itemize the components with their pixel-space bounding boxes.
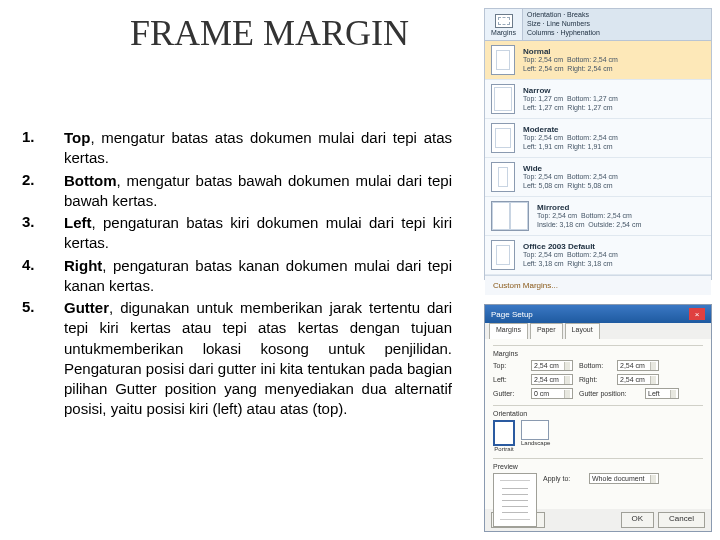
margin-option-narrow[interactable]: NarrowTop: 1,27 cm Bottom: 1,27 cmLeft: … [485,80,711,119]
spinner-icon[interactable] [564,376,570,384]
left-field[interactable]: 2,54 cm [531,374,573,385]
margin-option-text: NormalTop: 2,54 cm Bottom: 2,54 cmLeft: … [523,47,705,73]
page-title: FRAME MARGIN [130,12,409,54]
close-icon[interactable]: × [689,308,705,320]
list-item: 1.Top, mengatur batas atas dokumen mulai… [22,128,452,169]
landscape-label: Landscape [521,440,550,446]
margin-option-text: NarrowTop: 1,27 cm Bottom: 1,27 cmLeft: … [523,86,705,112]
spinner-icon[interactable] [564,390,570,398]
top-field[interactable]: 2,54 cm [531,360,573,371]
section-margins-head: Margins [493,350,703,357]
margin-icon [491,123,515,153]
list-number: 5. [22,298,64,420]
margin-icon [491,201,529,231]
dialog-tabs: Margins Paper Layout [485,323,711,339]
spinner-icon[interactable] [650,362,656,370]
margins-dropdown: NormalTop: 2,54 cm Bottom: 2,54 cmLeft: … [485,41,711,275]
margin-icon [491,84,515,114]
left-label: Left: [493,376,525,383]
margin-icon [491,45,515,75]
list-number: 4. [22,256,64,297]
hyphenation-menu[interactable]: Hyphenation [560,29,599,36]
portrait-label: Portrait [493,446,515,452]
apply-to-label: Apply to: [543,475,583,482]
page-setup-dialog: Page Setup × Margins Paper Layout Margin… [484,304,712,532]
list-item: 4.Right, pengaturan batas kanan dokumen … [22,256,452,297]
right-label: Right: [579,376,611,383]
chevron-down-icon[interactable] [650,475,656,483]
dialog-titlebar: Page Setup × [485,305,711,323]
tab-layout[interactable]: Layout [565,323,600,339]
columns-menu[interactable]: Columns [527,29,555,36]
list-number: 2. [22,171,64,212]
list-number: 1. [22,128,64,169]
margin-option-mirrored[interactable]: MirroredTop: 2,54 cm Bottom: 2,54 cmInsi… [485,197,711,236]
margin-definitions-list: 1.Top, mengatur batas atas dokumen mulai… [22,128,452,422]
list-text: Left, pengaturan batas kiri dokumen mula… [64,213,452,254]
ribbon-right-menu: Orientation · Breaks Size · Line Numbers… [523,9,711,40]
list-text: Bottom, mengatur batas bawah dokumen mul… [64,171,452,212]
right-field[interactable]: 2,54 cm [617,374,659,385]
list-text: Top, mengatur batas atas dokumen mulai d… [64,128,452,169]
list-text: Right, pengaturan batas kanan dokumen mu… [64,256,452,297]
margin-option-text: Office 2003 DefaultTop: 2,54 cm Bottom: … [523,242,705,268]
breaks-menu[interactable]: Breaks [567,11,589,18]
section-orientation-head: Orientation [493,410,703,417]
line-numbers-menu[interactable]: Line Numbers [546,20,590,27]
margin-option-wide[interactable]: WideTop: 2,54 cm Bottom: 2,54 cmLeft: 5,… [485,158,711,197]
ribbon-margins-screenshot: Margins Orientation · Breaks Size · Line… [484,8,712,280]
size-menu[interactable]: Size [527,20,541,27]
margins-label: Margins [491,29,516,36]
spinner-icon[interactable] [564,362,570,370]
top-label: Top: [493,362,525,369]
section-orientation: Orientation Portrait Landscape [493,405,703,452]
gutter-label: Gutter: [493,390,525,397]
list-item: 5.Gutter, digunakan untuk memberikan jar… [22,298,452,420]
section-margins: Margins Top: 2,54 cm Bottom: 2,54 cm Lef… [493,345,703,399]
list-number: 3. [22,213,64,254]
preview-page [493,473,537,527]
margin-option-text: MirroredTop: 2,54 cm Bottom: 2,54 cmInsi… [537,203,705,229]
margins-icon [495,14,513,28]
margin-option-moderate[interactable]: ModerateTop: 2,54 cm Bottom: 2,54 cmLeft… [485,119,711,158]
bottom-field[interactable]: 2,54 cm [617,360,659,371]
margin-option-office[interactable]: Office 2003 DefaultTop: 2,54 cm Bottom: … [485,236,711,275]
margins-button[interactable]: Margins [485,9,523,40]
dialog-title-text: Page Setup [491,310,533,319]
bottom-label: Bottom: [579,362,611,369]
ok-button[interactable]: OK [621,512,655,528]
margin-option-text: ModerateTop: 2,54 cm Bottom: 2,54 cmLeft… [523,125,705,151]
dialog-body: Margins Top: 2,54 cm Bottom: 2,54 cm Lef… [485,339,711,509]
landscape-option[interactable] [521,420,549,440]
chevron-down-icon[interactable] [670,390,676,398]
gutterpos-field[interactable]: Left [645,388,679,399]
cancel-button[interactable]: Cancel [658,512,705,528]
section-preview-head: Preview [493,463,703,470]
spinner-icon[interactable] [650,376,656,384]
custom-margins-link[interactable]: Custom Margins... [485,275,711,295]
margin-option-normal[interactable]: NormalTop: 2,54 cm Bottom: 2,54 cmLeft: … [485,41,711,80]
ribbon-top: Margins Orientation · Breaks Size · Line… [485,9,711,41]
margin-icon [491,240,515,270]
gutter-field[interactable]: 0 cm [531,388,573,399]
list-item: 3.Left, pengaturan batas kiri dokumen mu… [22,213,452,254]
orientation-menu[interactable]: Orientation [527,11,561,18]
margin-option-text: WideTop: 2,54 cm Bottom: 2,54 cmLeft: 5,… [523,164,705,190]
list-text: Gutter, digunakan untuk memberikan jarak… [64,298,452,420]
list-item: 2.Bottom, mengatur batas bawah dokumen m… [22,171,452,212]
tab-paper[interactable]: Paper [530,323,563,339]
tab-margins[interactable]: Margins [489,323,528,339]
portrait-option[interactable] [493,420,515,446]
apply-to-field[interactable]: Whole document [589,473,659,484]
margin-icon [491,162,515,192]
gutterpos-label: Gutter position: [579,390,639,397]
